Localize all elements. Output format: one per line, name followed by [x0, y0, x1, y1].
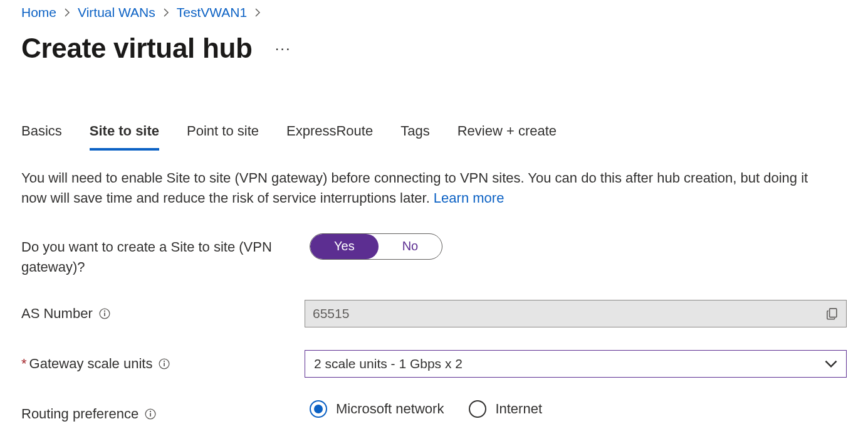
- create-gateway-no[interactable]: No: [379, 234, 442, 259]
- routing-preference-group: Microsoft network Internet: [310, 400, 847, 418]
- info-icon[interactable]: [145, 408, 156, 420]
- more-actions-button[interactable]: ···: [271, 40, 295, 57]
- svg-point-9: [150, 410, 151, 411]
- scale-units-value: 2 scale units - 1 Gbps x 2: [314, 356, 463, 371]
- scale-units-label: *Gateway scale units: [21, 350, 305, 374]
- chevron-down-icon: [825, 358, 837, 370]
- create-gateway-yes[interactable]: Yes: [310, 234, 379, 259]
- routing-pref-internet-label: Internet: [495, 401, 542, 417]
- tab-expressroute[interactable]: ExpressRoute: [286, 120, 373, 151]
- copy-icon[interactable]: [826, 307, 839, 320]
- page-title: Create virtual hub: [21, 33, 253, 64]
- tabs: Basics Site to site Point to site Expres…: [21, 120, 847, 151]
- chevron-right-icon: [253, 8, 262, 17]
- breadcrumb-testvwan1[interactable]: TestVWAN1: [177, 5, 247, 20]
- as-number-value: 65515: [313, 306, 349, 321]
- chevron-right-icon: [63, 8, 71, 17]
- routing-pref-microsoft-label: Microsoft network: [336, 401, 444, 417]
- routing-pref-microsoft[interactable]: Microsoft network: [310, 400, 444, 418]
- svg-point-2: [104, 310, 105, 311]
- tab-review-create[interactable]: Review + create: [458, 120, 557, 151]
- tab-tags[interactable]: Tags: [400, 120, 429, 151]
- chevron-right-icon: [162, 8, 170, 17]
- breadcrumb-home[interactable]: Home: [21, 5, 56, 20]
- breadcrumb-virtual-wans[interactable]: Virtual WANs: [78, 5, 155, 20]
- tab-description-text: You will need to enable Site to site (VP…: [21, 170, 808, 206]
- tab-basics[interactable]: Basics: [21, 120, 62, 151]
- scale-units-select[interactable]: 2 scale units - 1 Gbps x 2: [305, 350, 847, 378]
- create-gateway-label: Do you want to create a Site to site (VP…: [21, 233, 310, 277]
- svg-rect-3: [830, 308, 837, 317]
- svg-rect-8: [150, 413, 151, 417]
- breadcrumb: Home Virtual WANs TestVWAN1: [21, 5, 847, 20]
- as-number-field: 65515: [305, 300, 847, 327]
- info-icon[interactable]: [159, 358, 170, 369]
- svg-rect-1: [104, 312, 105, 316]
- tab-description: You will need to enable Site to site (VP…: [21, 168, 836, 208]
- routing-pref-internet[interactable]: Internet: [469, 400, 542, 418]
- create-gateway-toggle: Yes No: [310, 233, 442, 260]
- svg-point-6: [164, 360, 165, 361]
- info-icon[interactable]: [99, 308, 110, 319]
- tab-site-to-site[interactable]: Site to site: [90, 120, 159, 151]
- svg-rect-5: [164, 363, 165, 366]
- routing-preference-label: Routing preference: [21, 400, 310, 424]
- tab-point-to-site[interactable]: Point to site: [187, 120, 259, 151]
- learn-more-link[interactable]: Learn more: [434, 190, 505, 206]
- as-number-label: AS Number: [21, 300, 305, 324]
